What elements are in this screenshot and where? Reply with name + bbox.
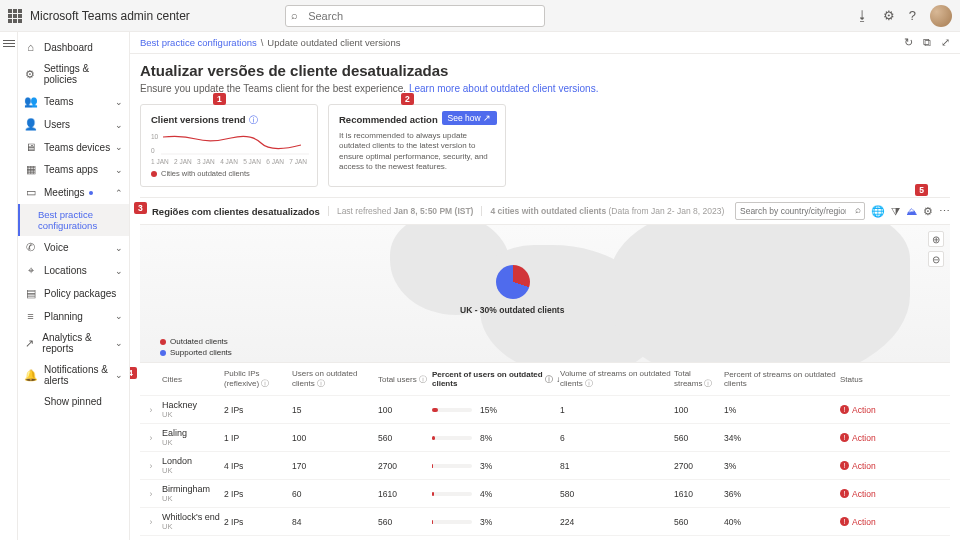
cell-pct: 4%: [432, 489, 560, 499]
chevron-icon: ⌄: [115, 266, 123, 276]
region-search-input[interactable]: [735, 202, 865, 220]
cell-vol: 81: [560, 461, 674, 471]
chevron-icon: ⌄: [115, 97, 123, 107]
info-icon[interactable]: ⓘ: [249, 115, 258, 125]
page-title: Atualizar versões de cliente desatualiza…: [140, 62, 950, 79]
chevron-icon: ⌃: [115, 188, 123, 198]
chevron-icon: ⌄: [115, 243, 123, 253]
global-search: ⌕: [285, 5, 545, 27]
settings-icon[interactable]: ⚙: [883, 8, 895, 23]
sidebar-item-notifications-alerts[interactable]: 🔔Notifications & alerts⌄: [18, 359, 129, 391]
map-area[interactable]: UK - 30% outdated clients Outdated clien…: [140, 225, 950, 363]
th-vol[interactable]: Volume of streams on outdated clientsⓘ: [560, 369, 674, 389]
learn-more-link[interactable]: Learn more about outdated client version…: [409, 83, 599, 94]
th-pstr[interactable]: Percent of streams on outdated clients: [724, 370, 840, 388]
legend-dot-icon: [160, 339, 166, 345]
more-icon[interactable]: ⋯: [939, 205, 950, 218]
annotation-badge-4: 4: [130, 367, 137, 379]
sidebar-item-meetings[interactable]: ▭Meetings⌃: [18, 181, 129, 204]
see-how-button[interactable]: See how ↗: [442, 111, 497, 125]
sidebar-item-best-practice-configurations[interactable]: Best practice configurations: [18, 204, 129, 236]
th-tu[interactable]: Total usersⓘ: [378, 374, 432, 385]
globe-icon[interactable]: 🌐: [871, 205, 885, 218]
copy-icon[interactable]: ⧉: [923, 36, 931, 49]
sidebar-item-label: Settings & policies: [44, 63, 123, 85]
top-bar: Microsoft Teams admin center ⌕ ⭳ ⚙ ?: [0, 0, 960, 32]
notification-dot-icon: [89, 191, 93, 195]
last-refreshed: Last refreshed Jan 8, 5:50 PM (IST): [328, 206, 474, 216]
settings-gear-icon[interactable]: ⚙: [923, 205, 933, 218]
cell-ips: 2 IPs: [224, 489, 292, 499]
cell-city: BirminghamUK: [162, 484, 224, 503]
help-icon[interactable]: ?: [909, 8, 916, 23]
app-title: Microsoft Teams admin center: [30, 9, 190, 23]
chevron-icon: ⌄: [115, 120, 123, 130]
breadcrumb-link[interactable]: Best practice configurations: [140, 37, 257, 48]
map-view-icon[interactable]: ⛰: [906, 205, 917, 217]
cell-tu: 1610: [378, 489, 432, 499]
sidebar-item-teams[interactable]: 👥Teams⌄: [18, 90, 129, 113]
action-link[interactable]: !Action: [840, 433, 894, 443]
nav-icon: 👥: [24, 95, 37, 108]
sidebar-item-locations[interactable]: ⌖Locations⌄: [18, 259, 129, 282]
th-uoc[interactable]: Users on outdated clientsⓘ: [292, 369, 378, 389]
th-status[interactable]: Status: [840, 375, 894, 384]
x-axis-labels: 1 JAN2 JAN3 JAN4 JAN5 JAN6 JAN7 JAN: [151, 158, 307, 165]
action-link[interactable]: !Action: [840, 461, 894, 471]
sidebar-item-label: Teams devices: [44, 142, 110, 153]
sidebar-item-teams-devices[interactable]: 🖥Teams devices⌄: [18, 136, 129, 158]
alert-icon: !: [840, 461, 849, 470]
action-link[interactable]: !Action: [840, 405, 894, 415]
expand-row-icon[interactable]: ›: [140, 517, 162, 527]
expand-row-icon[interactable]: ›: [140, 433, 162, 443]
sidebar-item-policy-packages[interactable]: ▤Policy packages: [18, 282, 129, 305]
action-link[interactable]: !Action: [840, 517, 894, 527]
th-ips[interactable]: Public IPs (reflexive)ⓘ: [224, 369, 292, 389]
chevron-icon: ⌄: [115, 165, 123, 175]
sidebar-item-show-pinned[interactable]: Show pinned: [18, 391, 129, 412]
sidebar-item-planning[interactable]: ≡Planning⌄: [18, 305, 129, 327]
alert-icon: !: [840, 489, 849, 498]
nav-icon: 👤: [24, 118, 37, 131]
cell-ts: 2700: [674, 461, 724, 471]
download-icon[interactable]: ⭳: [856, 8, 869, 23]
sidebar-item-teams-apps[interactable]: ▦Teams apps⌄: [18, 158, 129, 181]
cell-ips: 2 IPs: [224, 517, 292, 527]
annotation-badge-2: 2: [401, 93, 414, 105]
cell-pct: 8%: [432, 433, 560, 443]
sidebar-item-label: Best practice configurations: [38, 209, 123, 231]
cell-ts: 100: [674, 405, 724, 415]
history-icon[interactable]: ↻: [904, 36, 913, 49]
cities-summary: 4 cities with outdated clients (Data fro…: [481, 206, 724, 216]
zoom-controls: ⊕ ⊖: [928, 231, 944, 271]
th-cities[interactable]: Cities: [162, 375, 224, 384]
expand-icon[interactable]: ⤢: [941, 36, 950, 49]
menu-toggle-icon[interactable]: [3, 38, 15, 540]
legend-dot-icon: [160, 350, 166, 356]
nav-icon: ≡: [24, 310, 37, 322]
cell-city: HackneyUK: [162, 400, 224, 419]
th-ts[interactable]: Total streamsⓘ: [674, 369, 724, 389]
nav-icon: ▤: [24, 287, 37, 300]
chart-legend: Cities with outdated clients: [151, 169, 307, 178]
zoom-out-button[interactable]: ⊖: [928, 251, 944, 267]
sidebar-item-voice[interactable]: ✆Voice⌄: [18, 236, 129, 259]
expand-row-icon[interactable]: ›: [140, 405, 162, 415]
cell-ts: 560: [674, 433, 724, 443]
sidebar-item-settings-policies[interactable]: ⚙Settings & policies: [18, 58, 129, 90]
sidebar-item-dashboard[interactable]: ⌂Dashboard: [18, 36, 129, 58]
zoom-in-button[interactable]: ⊕: [928, 231, 944, 247]
cell-pstr: 34%: [724, 433, 840, 443]
sidebar-item-users[interactable]: 👤Users⌄: [18, 113, 129, 136]
action-link[interactable]: !Action: [840, 489, 894, 499]
expand-row-icon[interactable]: ›: [140, 461, 162, 471]
cell-pct: 3%: [432, 517, 560, 527]
app-launcher-icon[interactable]: [8, 9, 22, 23]
expand-row-icon[interactable]: ›: [140, 489, 162, 499]
search-input[interactable]: [285, 5, 545, 27]
avatar[interactable]: [930, 5, 952, 27]
sidebar-item-analytics-reports[interactable]: ↗Analytics & reports⌄: [18, 327, 129, 359]
table-row: ›EalingUK1 IP1005608%656034%!Action: [140, 424, 950, 452]
th-pct[interactable]: Percent of users on outdated clientsⓘ↓: [432, 370, 560, 388]
filter-icon[interactable]: ⧩: [891, 205, 900, 218]
